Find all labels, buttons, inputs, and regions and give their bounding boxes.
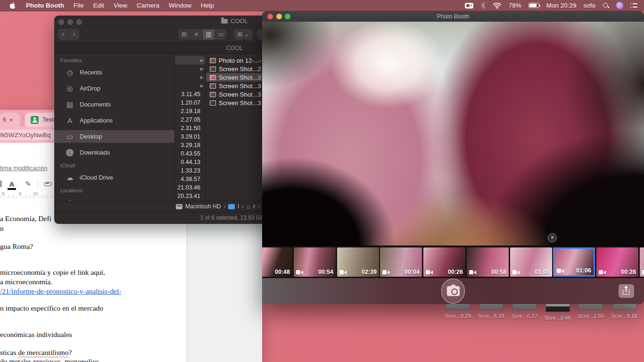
path-segment[interactable]: r [253, 203, 255, 210]
notification-center-icon[interactable] [630, 3, 637, 8]
file-row[interactable]: 2.31.50 [175, 124, 205, 132]
sidebar-item[interactable]: ⊕ [54, 196, 174, 201]
desktop-icon[interactable]: Scre...8.39 [475, 303, 508, 321]
spotlight-search-icon[interactable] [603, 2, 609, 9]
video-camera-badge-icon [512, 270, 520, 274]
file-row[interactable]: 3.11.45 [175, 90, 205, 99]
gallery-view-button[interactable]: ▭ [215, 29, 227, 40]
video-thumbnail[interactable]: 00:04 [380, 247, 422, 277]
sidebar-item[interactable]: ☁ iCloud Drive [54, 171, 174, 184]
menubar-menu-item[interactable]: Window [164, 2, 196, 9]
zoom-button[interactable] [285, 14, 290, 19]
menubar-menu-item[interactable]: View [109, 2, 132, 9]
wifi-icon[interactable] [493, 2, 502, 9]
back-button[interactable]: ‹ [58, 29, 68, 40]
icon-view-button[interactable]: ⊞ [178, 29, 190, 40]
file-row[interactable]: 21.03.46 [175, 183, 205, 192]
apple-icon [9, 2, 16, 9]
group-by-button[interactable]: ⊞ ⌄ [234, 29, 253, 40]
file-row[interactable]: 1.20.07 [175, 99, 205, 107]
folder-row[interactable]: ▶ [175, 65, 205, 73]
video-thumbnail[interactable]: 02:39 [337, 247, 379, 277]
file-row[interactable]: 0.43.55 [175, 149, 205, 158]
column-view-button[interactable]: ▥ [203, 29, 215, 40]
video-thumbnail[interactable]: 00:28 [596, 247, 638, 277]
menubar-clock[interactable]: Mon 20:29 [546, 2, 577, 9]
file-name-fragment: 3.11.45 [175, 90, 205, 99]
tab-close-icon[interactable]: × [9, 116, 13, 123]
sidebar-item-icon: ◷ [65, 68, 75, 77]
sidebar-item[interactable]: ◎ AirDrop [54, 82, 174, 95]
video-thumbnail[interactable]: 00:48 [262, 247, 292, 277]
sidebar-item[interactable]: ◷ Recents [54, 66, 174, 79]
folder-row[interactable]: ▶ [175, 56, 205, 65]
battery-icon[interactable] [528, 3, 539, 8]
battery-percent: 78% [509, 2, 521, 9]
sidebar-item-label: iCloud Drive [80, 174, 113, 181]
apple-menu[interactable] [0, 2, 21, 9]
sidebar-item-label: Downloads [80, 149, 110, 156]
docs-last-modified-link[interactable]: tima modificación [0, 165, 47, 172]
file-row[interactable]: 2.27.05 [175, 115, 205, 124]
siri-icon[interactable] [616, 2, 623, 9]
video-thumbnail[interactable]: 00:26 [423, 247, 465, 277]
desktop-icon[interactable]: Scre...9.29 [441, 303, 475, 321]
menubar-menu-item[interactable]: Edit [89, 2, 109, 9]
file-row[interactable]: 1.33.23 [175, 166, 205, 175]
desktop-icon-label: Scre...9.18 [611, 313, 637, 319]
file-row[interactable]: 20.23.41 [175, 192, 205, 200]
insert-link-icon[interactable] [44, 182, 52, 186]
desktop-icon[interactable]: Scre...9.18 [608, 303, 641, 321]
desktop-icon[interactable]: Scre...6.27 [508, 303, 541, 321]
desktop-icon[interactable]: Scre...3.46 [541, 303, 575, 321]
file-row[interactable]: 3.29.18 [175, 141, 205, 149]
sidebar-item[interactable]: A Applications [54, 114, 174, 127]
menubar-menu-item[interactable]: Help [196, 2, 219, 9]
capture-button[interactable] [441, 279, 465, 304]
share-button[interactable] [619, 284, 634, 298]
video-thumbnail[interactable]: 00:54 [294, 247, 336, 277]
path-segment[interactable]: Macintosh HD [185, 203, 221, 210]
menubar-user[interactable]: sofo [583, 2, 595, 9]
file-row[interactable]: 2.19.18 [175, 107, 205, 115]
file-row[interactable]: 0.44.13 [175, 158, 205, 166]
photo-booth-title-bar[interactable]: Photo Booth [262, 11, 644, 22]
desktop-icon[interactable]: Scre...1.50 [574, 303, 608, 321]
screen-record-icon[interactable] [465, 3, 473, 8]
list-view-button[interactable]: ≡ [190, 29, 203, 40]
menubar-menu-item[interactable]: File [69, 2, 89, 9]
file-row[interactable]: 4.38.57 [175, 175, 205, 183]
menubar-menu-item[interactable]: Camera [132, 2, 164, 9]
folder-row[interactable]: ▶ [175, 73, 205, 82]
text-color-icon[interactable]: A [7, 180, 17, 188]
sidebar-item[interactable]: ↓ Downloads [54, 146, 174, 159]
bluetooth-icon[interactable] [480, 2, 486, 9]
video-thumbnail[interactable] [640, 247, 644, 277]
video-thumbnail[interactable]: 00:58 [467, 247, 509, 277]
folder-icon [221, 19, 228, 24]
sidebar-item-icon: ▭ [65, 132, 75, 141]
sidebar-section-icloud: iCloud [60, 163, 174, 168]
delete-thumbnail-button[interactable]: × [548, 233, 557, 242]
forward-button[interactable]: › [69, 29, 79, 40]
sidebar-item[interactable]: ▤ Documents [54, 98, 174, 111]
folder-row[interactable]: ▶ [175, 82, 205, 90]
path-segment[interactable]: l [238, 203, 239, 210]
ruler-number: 10 [33, 191, 38, 196]
sidebar-item[interactable]: ▭ Desktop [54, 130, 174, 143]
close-button[interactable] [267, 14, 273, 19]
doc-text-line: a microeconomía. [0, 278, 262, 286]
sidebar-item-label: AirDrop [80, 85, 100, 92]
video-camera-badge-icon [382, 270, 390, 274]
photo-booth-traffic-lights[interactable] [267, 14, 290, 19]
browser-tab-partial[interactable]: 6 × [0, 113, 20, 127]
video-thumbnail[interactable]: 01:06 [553, 247, 595, 277]
video-thumbnail[interactable]: 01:08 [510, 247, 552, 277]
filmstrip: 00:48 00:54 02:39 00:04 00:26 [262, 246, 644, 278]
menu-app-name[interactable]: Photo Booth [21, 2, 69, 9]
paint-format-icon[interactable]: ✎ [25, 180, 31, 188]
photo-booth-title: Photo Booth [437, 13, 470, 20]
doc-hyperlink[interactable]: /21/informe-de-pronostico-y-analisis-del… [0, 287, 262, 296]
minimize-button[interactable] [276, 14, 282, 19]
file-row[interactable]: 3.29.01 [175, 132, 205, 141]
